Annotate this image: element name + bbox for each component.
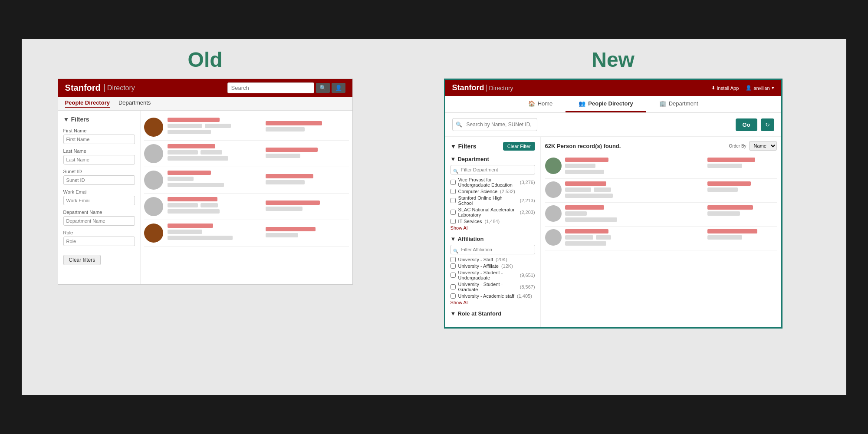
new-role-header[interactable]: ▼ Role at Stanford — [450, 310, 535, 317]
new-result-info — [565, 158, 704, 176]
old-result-right — [262, 118, 349, 137]
old-ui-container: Stanford Directory 🔍 👤 People Directory … — [58, 79, 353, 285]
dept-checkbox-4[interactable] — [450, 219, 456, 224]
dept-checkbox-2[interactable] — [450, 198, 456, 203]
old-label: Old — [188, 48, 223, 72]
new-result-info — [565, 181, 704, 200]
home-icon: 🏠 — [528, 100, 535, 107]
old-filter-icon: ▼ — [63, 116, 69, 123]
old-label-lastname: Last Name — [63, 148, 135, 154]
affil-item-2[interactable]: University - Student - Undergraduate (9,… — [450, 270, 535, 280]
dept-item-0[interactable]: Vice Provost for Undergraduate Education… — [450, 177, 535, 187]
dept-item-1[interactable]: Computer Science (2,532) — [450, 189, 535, 194]
new-header-right: ⬇ Install App 👤 anvillan ▾ — [711, 85, 774, 91]
new-result-right — [707, 181, 777, 194]
old-clear-filters-button[interactable]: Clear filters — [63, 255, 101, 265]
install-app-button[interactable]: ⬇ Install App — [711, 85, 739, 91]
new-clear-filter-button[interactable]: Clear Filter — [503, 142, 535, 151]
old-input-deptname[interactable] — [63, 216, 135, 226]
old-field-role: Role — [63, 230, 135, 246]
new-filters-header: ▼ Filters Clear Filter — [450, 142, 535, 151]
new-result-right — [707, 158, 777, 170]
avatar — [545, 205, 562, 222]
new-logo-directory: Directory — [486, 85, 513, 92]
user-icon: 👤 — [746, 85, 752, 91]
dept-item-2[interactable]: Stanford Online High School (2,213) — [450, 195, 535, 206]
affil-item-3[interactable]: University - Student - Graduate (8,567) — [450, 282, 535, 292]
table-row — [545, 227, 777, 250]
new-search-input[interactable] — [452, 118, 537, 131]
new-nav-home[interactable]: 🏠 Home — [515, 96, 566, 112]
old-search-input[interactable] — [227, 82, 314, 93]
old-search-button[interactable]: 🔍 — [316, 83, 330, 93]
new-department-filter: ▼ Department 🔍 Vice Provost for Undergra… — [450, 156, 535, 230]
affil-item-4[interactable]: University - Academic staff (1,405) — [450, 293, 535, 299]
new-nav-department[interactable]: 🏢 Department — [646, 96, 711, 112]
old-result-right — [262, 224, 349, 243]
old-field-deptname: Department Name — [63, 210, 135, 226]
old-column: Old Stanford Directory 🔍 👤 People Direct… — [39, 48, 371, 285]
old-nav-people[interactable]: People Directory — [65, 99, 110, 108]
old-user-button[interactable]: 👤 — [332, 83, 345, 93]
affil-checkbox-2[interactable] — [450, 273, 456, 278]
old-input-firstname[interactable] — [63, 135, 135, 144]
old-input-lastname[interactable] — [63, 155, 135, 164]
affil-checkbox-4[interactable] — [450, 293, 456, 299]
affiliation-filter-input[interactable] — [450, 245, 535, 254]
order-by-select[interactable]: Name — [749, 141, 777, 151]
new-refresh-button[interactable]: ↻ — [761, 118, 774, 131]
old-input-sunetid[interactable] — [63, 175, 135, 185]
affil-checkbox-1[interactable] — [450, 263, 456, 269]
old-result-info — [168, 118, 258, 136]
old-result-right — [262, 144, 349, 163]
new-column: New Stanford Directory ⬇ Install App 👤 a… — [397, 48, 829, 329]
new-result-right — [707, 205, 777, 217]
user-menu-button[interactable]: 👤 anvillan ▾ — [746, 85, 774, 91]
results-count: 62K Person record(s) found. — [545, 143, 621, 149]
old-nav-departments[interactable]: Departments — [118, 99, 151, 108]
old-header: Stanford Directory 🔍 👤 — [58, 79, 352, 97]
avatar — [545, 229, 562, 246]
department-filter-input[interactable] — [450, 165, 535, 174]
affil-search-icon: 🔍 — [453, 249, 458, 253]
affil-item-0[interactable]: University - Staff (20K) — [450, 257, 535, 262]
old-label-firstname: First Name — [63, 128, 135, 133]
avatar — [144, 144, 163, 163]
new-search-go-button[interactable]: Go — [736, 118, 757, 131]
avatar — [144, 118, 163, 137]
old-body: ▼ Filters First Name Last Name Sunet ID — [58, 111, 352, 284]
dept-checkbox-1[interactable] — [450, 189, 456, 194]
avatar — [144, 197, 163, 216]
old-logo-directory: Directory — [104, 84, 135, 92]
role-collapse-icon: ▼ — [450, 310, 456, 317]
affil-checkbox-0[interactable] — [450, 257, 456, 262]
table-row — [545, 179, 777, 203]
old-input-role[interactable] — [63, 237, 135, 246]
new-result-info — [565, 229, 704, 247]
new-nav: 🏠 Home 👥 People Directory 🏢 Department — [445, 96, 781, 113]
new-nav-people[interactable]: 👥 People Directory — [566, 96, 646, 112]
new-results: 62K Person record(s) found. Order By Nam… — [541, 137, 781, 327]
new-department-header[interactable]: ▼ Department — [450, 156, 535, 162]
dept-item-3[interactable]: SLAC National Accelerator Laboratory (2,… — [450, 207, 535, 217]
table-row — [144, 220, 349, 247]
old-result-info — [168, 197, 258, 215]
table-row — [144, 141, 349, 167]
dept-item-4[interactable]: IT Services (1,484) — [450, 219, 535, 224]
avatar — [545, 158, 562, 174]
table-row — [545, 203, 777, 227]
install-app-icon: ⬇ — [711, 85, 715, 91]
dept-checkbox-3[interactable] — [450, 210, 456, 215]
old-field-lastname: Last Name — [63, 148, 135, 164]
dept-show-all[interactable]: Show All — [450, 225, 535, 230]
old-input-workemail[interactable] — [63, 196, 135, 205]
affil-item-1[interactable]: University - Affiliate (12K) — [450, 263, 535, 269]
old-result-right — [262, 197, 349, 216]
new-affiliation-header[interactable]: ▼ Affiliation — [450, 236, 535, 242]
new-logo-stanford: Stanford — [452, 83, 484, 92]
affil-checkbox-3[interactable] — [450, 284, 456, 289]
new-role-filter: ▼ Role at Stanford — [450, 310, 535, 317]
affil-show-all[interactable]: Show All — [450, 300, 535, 305]
filter-icon: ▼ — [450, 143, 457, 150]
dept-checkbox-0[interactable] — [450, 180, 456, 185]
